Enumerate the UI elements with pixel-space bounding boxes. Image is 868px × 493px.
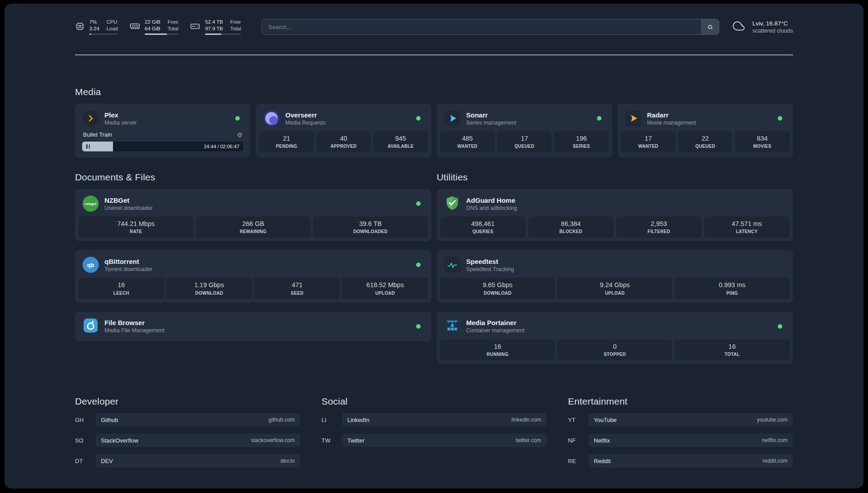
service-card-filebrowser[interactable]: File Browser Media File Management [75, 312, 431, 341]
service-desc: Series management [466, 120, 516, 126]
cloud-icon [731, 20, 747, 34]
gear-icon[interactable] [237, 132, 242, 138]
stat-tile-blocked: 86,384 BLOCKED [528, 217, 613, 238]
disk-total-value: 97.9 TB [205, 25, 223, 32]
pause-icon[interactable] [86, 144, 90, 149]
bookmark-name: Reddit [594, 458, 611, 464]
sonarr-icon [444, 110, 460, 126]
bookmark-twitter[interactable]: TW Twitter twitter.com [321, 434, 547, 447]
stat-tile-pending: 21 PENDING [259, 131, 314, 152]
service-name: Radarr [647, 111, 696, 119]
stat-tile-filtered: 2,953 FILTERED [616, 217, 701, 238]
cpu-usage-value: 7% [89, 19, 99, 25]
service-card-nzbget[interactable]: nzbget NZBGet Usenet downloader 744.21 M… [75, 189, 431, 241]
bookmark-github[interactable]: GH Github github.com [75, 413, 300, 426]
status-dot [416, 263, 421, 267]
bookmark-url: github.com [268, 417, 295, 423]
bookmark-abbr: RE [568, 458, 588, 464]
speedtest-graph-icon [444, 257, 460, 273]
cpu-usage-bar [89, 33, 118, 35]
bookmark-netflix[interactable]: NF Netflix netflix.com [568, 434, 793, 447]
service-card-portainer[interactable]: Media Portainer Container management 16 … [437, 312, 793, 364]
status-dot [416, 116, 421, 121]
status-dot [778, 116, 782, 121]
service-card-speedtest[interactable]: Speedtest Speedtest Tracking 9.65 Gbps D… [437, 250, 793, 302]
memory-free-label: Free [167, 19, 178, 25]
bookmark-group-entertainment: Entertainment YT YouTube youtube.com NF … [568, 396, 793, 475]
section-heading-developer: Developer [75, 396, 300, 407]
disk-widget: 52.4 TB Free 97.9 TB Total [190, 19, 241, 35]
radarr-icon [625, 110, 641, 126]
bookmark-abbr: TW [321, 437, 342, 444]
dashboard-root: 7% CPU 3.24 Load [4, 4, 864, 489]
bookmark-url: twitter.com [516, 437, 541, 443]
section-utilities: Utilities [437, 172, 793, 364]
plex-now-playing: Bullet Train 24:44 / 02:06:47 [78, 130, 248, 155]
section-heading-entertainment: Entertainment [568, 396, 793, 407]
bookmark-youtube[interactable]: YT YouTube youtube.com [568, 413, 793, 426]
dashboard-container: 7% CPU 3.24 Load [4, 4, 864, 475]
playback-time: 24:44 / 02:06:47 [204, 144, 243, 149]
service-desc: Container management [466, 327, 525, 334]
bookmark-linkedin[interactable]: LI LinkedIn linkedin.com [321, 413, 547, 426]
stat-tile-download: 9.65 Gbps DOWNLOAD [440, 278, 555, 299]
disk-total-label: Total [230, 25, 241, 32]
stat-tile-wanted: 485 WANTED [440, 131, 495, 152]
stat-tile-series: 196 SERIES [554, 131, 609, 152]
service-card-qbittorrent[interactable]: qb qBittorrent Torrent downloader 16 [75, 250, 431, 302]
service-desc: Speedtest Tracking [466, 266, 514, 272]
now-playing-title: Bullet Train [83, 131, 112, 138]
memory-icon [129, 19, 140, 34]
topbar: 7% CPU 3.24 Load [75, 17, 793, 37]
adguard-shield-icon [445, 195, 460, 212]
section-heading-social: Social [321, 396, 547, 407]
qbittorrent-icon: qb [83, 257, 99, 273]
bookmark-stackoverflow[interactable]: SO StackOverflow stackoverflow.com [75, 434, 300, 447]
search-input[interactable] [262, 19, 701, 34]
memory-widget: 22 GiB Free 64 GiB Total [129, 19, 178, 35]
stat-tile-approved: 40 APPROVED [317, 131, 371, 152]
cpu-widget: 7% CPU 3.24 Load [75, 19, 118, 35]
section-documents: Documents & Files nzbget NZBGet Usenet d… [75, 172, 431, 364]
stat-tile-downloaded: 39.6 TB DOWNLOADED [313, 217, 428, 238]
service-card-sonarr[interactable]: Sonarr Series management 485 WANTED 17 Q… [437, 104, 612, 158]
memory-free-value: 22 GiB [145, 19, 160, 25]
stat-tile-rate: 744.21 Mbps RATE [79, 217, 193, 238]
stat-tile-queued: 17 QUEUED [497, 131, 552, 152]
bookmark-group-social: Social LI LinkedIn linkedin.com TW Twitt… [321, 396, 547, 475]
status-dot [235, 116, 240, 121]
service-name: Plex [104, 111, 137, 119]
bookmark-name: Netflix [594, 437, 610, 444]
service-card-plex[interactable]: Plex Media server Bullet Train [75, 104, 250, 158]
playback-progress-bar[interactable]: 24:44 / 02:06:47 [82, 142, 243, 151]
bookmark-name: YouTube [594, 417, 617, 423]
bookmark-abbr: DT [75, 458, 96, 464]
service-desc: Movie management [647, 120, 696, 126]
search-engine-button[interactable]: G [701, 19, 719, 34]
service-card-adguard[interactable]: AdGuard Home DNS and adblocking 498,461 … [437, 189, 793, 241]
stat-tile-remaining: 266 GB REMAINING [196, 217, 311, 238]
stat-tile-queries: 498,461 QUERIES [440, 217, 526, 238]
stat-tile-wanted: 17 WANTED [621, 131, 676, 152]
memory-usage-bar [145, 33, 178, 35]
bookmark-abbr: YT [568, 417, 588, 423]
service-card-overseerr[interactable]: Overseerr Media Requests 21 PENDING 40 A… [256, 104, 431, 158]
section-heading-documents: Documents & Files [75, 172, 431, 183]
stat-tile-queued: 22 QUEUED [678, 131, 733, 152]
stat-tile-seed: 471 SEED [255, 278, 340, 299]
bookmark-reddit[interactable]: RE Reddit reddit.com [568, 454, 793, 468]
stat-tile-ping: 0.993 ms PING [675, 278, 789, 299]
bookmark-dev[interactable]: DT DEV dev.to [75, 454, 300, 468]
bookmark-name: Github [101, 417, 118, 423]
nzbget-icon: nzbget [83, 196, 99, 212]
service-card-radarr[interactable]: Radarr Movie management 17 WANTED 22 QUE… [618, 104, 793, 158]
section-heading-utilities: Utilities [437, 172, 793, 183]
topbar-divider [75, 54, 793, 55]
stat-tile-running: 16 RUNNING [440, 339, 555, 360]
service-name: Overseerr [285, 111, 326, 119]
bookmark-abbr: NF [568, 437, 588, 444]
stat-tile-download: 1.19 Gbps DOWNLOAD [167, 278, 252, 299]
bookmark-abbr: GH [75, 417, 96, 423]
bookmark-name: DEV [101, 458, 113, 464]
bookmark-name: LinkedIn [347, 417, 369, 423]
